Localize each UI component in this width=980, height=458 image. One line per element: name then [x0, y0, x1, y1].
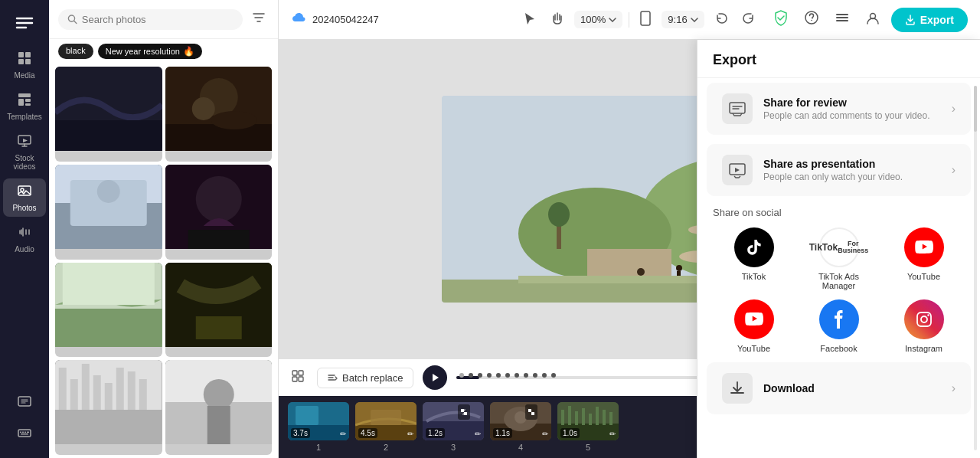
batch-replace-button[interactable]: Batch replace	[317, 368, 413, 388]
svg-rect-4	[25, 52, 31, 57]
sidebar-item-stock[interactable]: Stockvideos	[3, 129, 46, 175]
search-icon	[67, 14, 77, 25]
svg-rect-13	[18, 186, 31, 195]
share-presentation-chevron: ›	[952, 163, 956, 177]
scrollbar[interactable]	[974, 86, 977, 450]
sidebar-item-text[interactable]	[3, 389, 46, 417]
svg-rect-45	[59, 368, 67, 410]
svg-rect-49	[105, 383, 113, 410]
share-for-review-option[interactable]: Share for review People can add comments…	[707, 83, 971, 135]
clip-4[interactable]: 1.1s ✏ 4	[490, 402, 551, 452]
clip-1[interactable]: 3.7s ✏ 1	[288, 402, 349, 452]
svg-rect-91	[296, 406, 318, 425]
social-youtube[interactable]: YouTube	[886, 227, 962, 290]
undo-button[interactable]	[710, 7, 733, 33]
svg-rect-111	[589, 414, 592, 425]
hand-tool[interactable]	[547, 7, 568, 33]
share-review-desc: People can add comments to your video.	[763, 110, 941, 121]
search-input[interactable]	[82, 14, 234, 25]
photo-item-2[interactable]	[165, 67, 273, 162]
export-button[interactable]: Export	[891, 8, 968, 32]
svg-point-34	[97, 180, 120, 203]
photo-item-3[interactable]	[55, 165, 162, 260]
zoom-selector[interactable]: 100%	[574, 11, 622, 28]
svg-rect-51	[128, 371, 136, 410]
svg-point-119	[927, 314, 929, 316]
share-as-presentation-option[interactable]: Share as presentation People can only wa…	[707, 144, 971, 196]
batch-replace-label: Batch replace	[342, 372, 403, 384]
sidebar-item-templates[interactable]: Templates	[3, 87, 46, 126]
search-bar	[49, 0, 278, 39]
clip-3-edit-icon: ✏	[475, 430, 481, 438]
social-youtube2[interactable]: YouTube	[716, 299, 792, 353]
export-icon	[905, 15, 916, 25]
timeline-dot	[514, 373, 519, 378]
tiktok-biz-label: TikTok Ads Manager	[801, 272, 877, 290]
redo-button[interactable]	[737, 7, 760, 33]
photo-item-7[interactable]	[55, 360, 162, 455]
svg-rect-44	[55, 410, 162, 444]
facebook-label: Facebook	[820, 344, 857, 353]
sidebar-item-keyboard[interactable]	[3, 420, 46, 449]
play-button[interactable]	[423, 365, 447, 390]
shield-button[interactable]	[769, 5, 793, 34]
timeline-dot	[496, 373, 501, 378]
sidebar-item-media-label: Media	[14, 71, 34, 80]
photo-item-1[interactable]	[55, 67, 162, 162]
clip-5[interactable]: 1.0s ✏ 5	[557, 402, 619, 452]
photo-grid	[49, 64, 278, 458]
svg-rect-50	[116, 368, 124, 410]
social-instagram[interactable]: Instagram	[886, 299, 962, 353]
photo-item-4[interactable]	[165, 165, 273, 260]
app-logo[interactable]	[11, 9, 38, 37]
sidebar-item-photos-label: Photos	[12, 204, 36, 212]
share-review-title: Share for review	[763, 97, 941, 109]
timeline-dot	[542, 373, 547, 378]
clip-2[interactable]: 4.5s ✏ 2	[355, 402, 416, 452]
clip-5-time: 1.0s	[560, 428, 580, 438]
stock-icon	[17, 133, 32, 152]
ratio-selector[interactable]: 9:16	[662, 11, 704, 28]
menu-button[interactable]	[830, 5, 854, 34]
tag-black[interactable]: black	[58, 44, 93, 59]
grid-view-button[interactable]	[288, 366, 308, 389]
filter-button[interactable]	[249, 8, 269, 31]
social-tiktok[interactable]: TikTok	[716, 227, 792, 290]
search-input-wrap[interactable]	[58, 9, 243, 30]
help-button[interactable]	[799, 5, 824, 34]
svg-rect-52	[139, 379, 147, 410]
youtube-icon	[904, 227, 944, 267]
clip-3-thumb: 1.2s ✏	[423, 402, 484, 440]
tag-row: black New year resolution 🔥	[49, 39, 278, 64]
svg-rect-9	[25, 99, 31, 102]
svg-rect-25	[55, 120, 162, 151]
profile-button[interactable]	[861, 5, 885, 34]
photo-item-6[interactable]	[165, 263, 273, 358]
social-facebook[interactable]: Facebook	[801, 299, 877, 353]
sidebar-item-media[interactable]: Media	[3, 46, 46, 84]
svg-rect-107	[561, 410, 564, 425]
svg-point-80	[676, 265, 682, 271]
svg-rect-85	[292, 371, 297, 375]
topbar-right: Export	[769, 5, 968, 34]
social-tiktok-biz[interactable]: TikTokFor Business TikTok Ads Manager	[801, 227, 877, 290]
photo-item-5[interactable]	[55, 263, 162, 358]
batch-replace-icon	[327, 372, 338, 383]
photo-item-8[interactable]	[165, 360, 273, 455]
sidebar-item-audio[interactable]: Audio	[3, 220, 46, 258]
clip-2-thumb: 4.5s ✏	[355, 402, 416, 440]
share-presentation-title: Share as presentation	[763, 158, 941, 170]
clip-1-edit-icon: ✏	[340, 430, 346, 438]
svg-rect-86	[299, 371, 303, 375]
ratio-icon[interactable]	[635, 6, 655, 34]
pointer-tool[interactable]	[519, 7, 541, 33]
ratio-value: 9:16	[668, 14, 687, 25]
svg-rect-48	[93, 375, 101, 410]
clip-3[interactable]: 1.2s ✏ 3	[423, 402, 484, 452]
svg-point-30	[211, 111, 256, 129]
instagram-icon	[904, 299, 944, 339]
download-section[interactable]: Download ›	[707, 362, 971, 414]
timeline-dot	[524, 373, 528, 378]
tag-new-year[interactable]: New year resolution 🔥	[98, 44, 202, 59]
sidebar-item-photos[interactable]: Photos	[3, 178, 46, 217]
